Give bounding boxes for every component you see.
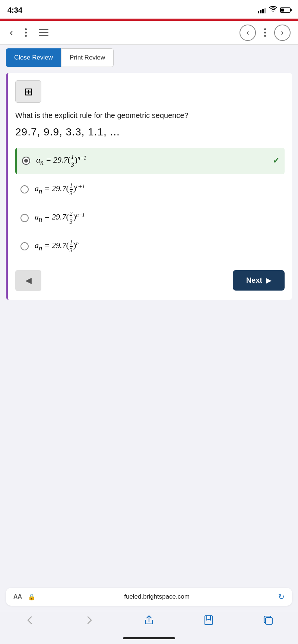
- review-buttons: Close Review Print Review: [6, 48, 292, 67]
- main-area: Close Review Print Review ⊞ What is the …: [0, 45, 298, 445]
- nav-left: ‹: [7, 25, 51, 41]
- answer-d-formula: an = 29.7(13)n: [35, 239, 79, 254]
- ios-bookmarks-button[interactable]: [204, 615, 213, 625]
- next-button[interactable]: Next ▶: [233, 270, 285, 291]
- nav-dots-right-button[interactable]: [262, 26, 268, 39]
- home-indicator: [0, 632, 298, 644]
- nav-chevron-left-button[interactable]: ‹: [240, 25, 256, 41]
- reload-button[interactable]: ↻: [278, 592, 285, 601]
- radio-c: [20, 214, 29, 222]
- status-time: 4:34: [7, 6, 22, 15]
- radio-a: [22, 157, 30, 165]
- calculator-button[interactable]: ⊞: [15, 80, 41, 103]
- wifi-icon: [269, 6, 277, 14]
- home-bar: [123, 637, 175, 639]
- ios-forward-button[interactable]: [85, 615, 94, 625]
- question-card: ⊞ What is the explicit rule for the geom…: [6, 73, 292, 300]
- question-sequence: 29.7, 9.9, 3.3, 1.1, ...: [15, 126, 285, 138]
- lock-icon: 🔒: [28, 593, 35, 600]
- svg-rect-0: [205, 616, 212, 625]
- back-arrow-button[interactable]: ‹: [7, 25, 15, 41]
- next-label: Next: [246, 276, 262, 285]
- svg-rect-2: [266, 618, 272, 624]
- answer-b-formula: an = 29.7(13)n+1: [35, 182, 85, 197]
- calculator-icon: ⊞: [24, 86, 33, 98]
- aa-text-size[interactable]: AA: [13, 593, 22, 600]
- ios-toolbar: [0, 611, 298, 632]
- prev-button[interactable]: ◀: [15, 270, 41, 291]
- next-arrow-icon: ▶: [266, 276, 271, 285]
- status-bar: 4:34: [0, 0, 298, 19]
- answer-c-formula: an = 29.7(23)n−1: [35, 211, 85, 225]
- url-text: fueled.brightspace.com: [39, 593, 275, 600]
- nav-right: ‹ ›: [240, 25, 291, 41]
- answer-option-c[interactable]: an = 29.7(23)n−1: [15, 205, 285, 231]
- answer-option-b[interactable]: an = 29.7(13)n+1: [15, 176, 285, 203]
- browser-bar: AA 🔒 fueled.brightspace.com ↻: [0, 583, 298, 611]
- answer-option-a[interactable]: an = 29.7(13)n−1 ✓: [15, 148, 285, 174]
- card-navigation: ◀ Next ▶: [15, 270, 285, 291]
- print-review-button[interactable]: Print Review: [61, 48, 114, 67]
- vertical-dots-menu-button[interactable]: [23, 26, 29, 39]
- ios-tabs-button[interactable]: [263, 615, 273, 625]
- answer-option-d[interactable]: an = 29.7(13)n: [15, 233, 285, 260]
- answer-a-formula: an = 29.7(13)n−1: [36, 154, 86, 168]
- signal-icon: [258, 7, 266, 13]
- radio-b: [20, 185, 29, 193]
- nav-chevron-right-button[interactable]: ›: [274, 25, 291, 41]
- ios-back-button[interactable]: [25, 615, 35, 625]
- battery-icon: [280, 7, 291, 13]
- navigation-bar: ‹ ‹ ›: [0, 21, 298, 45]
- close-review-button[interactable]: Close Review: [6, 48, 61, 67]
- correct-checkmark: ✓: [273, 156, 279, 166]
- radio-d: [20, 242, 29, 250]
- url-bar[interactable]: AA 🔒 fueled.brightspace.com ↻: [6, 588, 292, 606]
- ios-share-button[interactable]: [144, 615, 154, 625]
- status-icons: [258, 6, 291, 14]
- question-text: What is the explicit rule for the geomet…: [15, 110, 285, 121]
- hamburger-menu-button[interactable]: [37, 27, 51, 38]
